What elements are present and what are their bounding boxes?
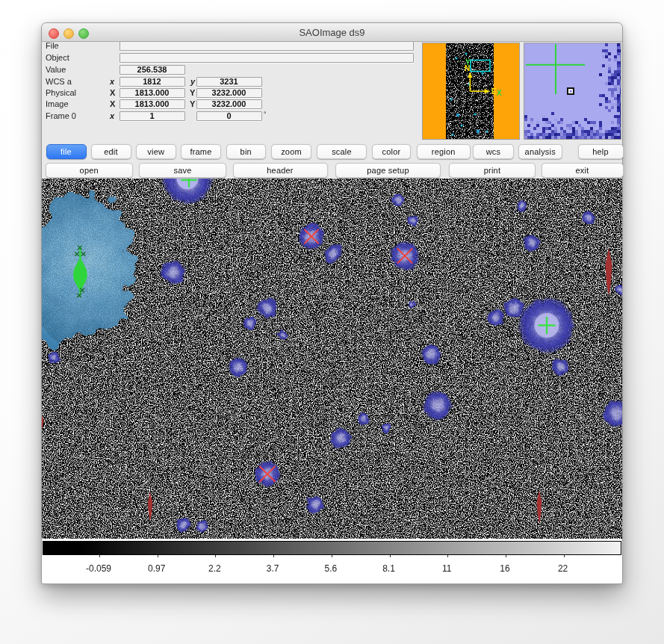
- svg-text:X: X: [497, 89, 502, 97]
- svg-text:Y: Y: [465, 58, 471, 66]
- svg-text:E: E: [491, 87, 497, 96]
